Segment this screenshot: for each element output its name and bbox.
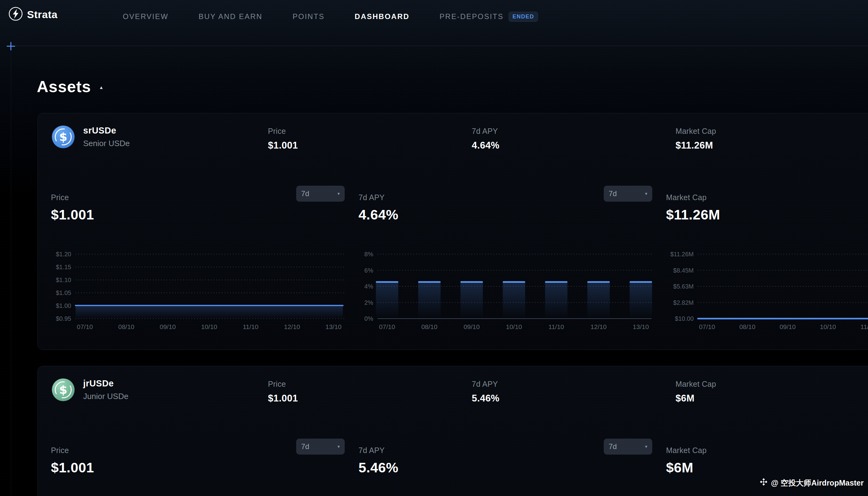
asset-identity: $ jrUSDe Junior USDe [52, 378, 128, 401]
svg-text:12/10: 12/10 [284, 323, 300, 330]
svg-text:13/10: 13/10 [633, 323, 649, 330]
panel-apy-value: 5.46% [358, 460, 652, 476]
nav-buy-and-earn[interactable]: BUY AND EARN [199, 12, 262, 21]
panel-mcap-label: Market Cap [666, 446, 868, 455]
apy-range-select[interactable]: 7d ▾ [604, 439, 652, 454]
svg-text:11/10: 11/10 [548, 323, 564, 330]
summary-apy: 7d APY 5.46% [472, 380, 499, 404]
summary-apy-value: 4.64% [472, 140, 499, 151]
svg-text:$1.05: $1.05 [56, 290, 71, 296]
top-nav-bar: Strata OVERVIEW BUY AND EARN POINTS DASH… [0, 0, 868, 33]
svg-text:08/10: 08/10 [421, 323, 438, 330]
asset-name: Junior USDe [83, 392, 128, 401]
page-title: Assets [37, 77, 91, 96]
price-range-select[interactable]: 7d ▾ [296, 439, 345, 454]
svg-text:09/10: 09/10 [780, 323, 796, 330]
summary-mcap-label: Market Cap [676, 127, 716, 136]
svg-text:11/10: 11/10 [243, 323, 259, 330]
summary-mcap: Market Cap $6M [676, 380, 716, 404]
asset-card-jrusde: $ jrUSDe Junior USDe Price $1.001 7d APY… [37, 366, 868, 496]
chevron-down-icon: ▾ [337, 444, 340, 449]
nav-dashboard[interactable]: DASHBOARD [355, 12, 410, 21]
svg-text:10/10: 10/10 [506, 323, 522, 330]
summary-price-value: $1.001 [268, 393, 298, 404]
summary-apy-label: 7d APY [472, 380, 499, 389]
price-range-value: 7d [301, 442, 309, 451]
svg-text:$1.10: $1.10 [56, 277, 71, 283]
assets-section-header[interactable]: Assets ▲ [37, 77, 104, 96]
nav-overview[interactable]: OVERVIEW [123, 12, 169, 21]
svg-text:$5.63M: $5.63M [673, 283, 694, 290]
chevron-down-icon: ▾ [645, 444, 647, 449]
ended-badge: ENDED [509, 12, 538, 22]
grid-line-horizontal [11, 46, 868, 46]
panel-apy-value: 4.64% [358, 207, 652, 223]
svg-text:11/10: 11/10 [860, 323, 868, 330]
main-nav: OVERVIEW BUY AND EARN POINTS DASHBOARD P… [123, 0, 538, 33]
svg-text:$1.00: $1.00 [56, 302, 71, 309]
svg-text:$11.26M: $11.26M [670, 251, 694, 258]
svg-text:08/10: 08/10 [118, 323, 135, 330]
svg-text:0%: 0% [364, 315, 373, 322]
asset-symbol: srUSDe [83, 126, 130, 136]
svg-text:09/10: 09/10 [463, 323, 480, 330]
summary-mcap-label: Market Cap [676, 380, 716, 389]
srusde-apy-chart: 8%6%4%2%0%07/1008/1009/1010/1011/1012/10… [358, 244, 652, 335]
svg-text:09/10: 09/10 [160, 323, 176, 330]
asset-symbol: jrUSDe [83, 378, 128, 389]
apy-chart-panel: 7d APY 4.64% 7d ▾ 8%6%4%2%0%07/1008/1009… [358, 183, 652, 346]
panel-mcap-value: $11.26M [666, 207, 868, 223]
srusde-coin-icon: $ [52, 126, 75, 148]
summary-price: Price $1.001 [268, 380, 298, 404]
svg-text:$: $ [59, 130, 67, 144]
nav-pre-deposits[interactable]: PRE-DEPOSITS ENDED [439, 12, 538, 22]
brand[interactable]: Strata [9, 7, 57, 22]
chevron-down-icon: ▾ [337, 191, 340, 197]
apy-range-value: 7d [609, 442, 617, 451]
price-range-select[interactable]: 7d ▾ [296, 186, 345, 202]
svg-text:$2.82M: $2.82M [673, 299, 694, 306]
summary-price-value: $1.001 [268, 140, 298, 151]
svg-text:2%: 2% [364, 299, 373, 306]
price-chart-panel: Price $1.001 7d ▾ $1.20$1.15$1.10$1.05$1… [51, 183, 345, 346]
svg-text:6%: 6% [364, 267, 373, 274]
svg-text:$: $ [59, 383, 67, 397]
svg-text:$8.45M: $8.45M [673, 267, 694, 274]
watermark: @ 空投大师AirdropMaster [759, 478, 864, 488]
summary-mcap: Market Cap $11.26M [676, 127, 716, 151]
grid-crosshair-icon [7, 42, 15, 50]
svg-text:10/10: 10/10 [820, 323, 836, 330]
apy-chart-panel: 7d APY 5.46% 7d ▾ [358, 436, 652, 496]
asset-card-srusde: $ srUSDe Senior USDe Price $1.001 7d APY… [37, 113, 868, 350]
watermark-text: @ 空投大师AirdropMaster [771, 478, 864, 488]
price-chart-panel: Price $1.001 7d ▾ [51, 436, 345, 496]
summary-apy: 7d APY 4.64% [472, 127, 499, 151]
svg-text:$10.00: $10.00 [675, 315, 694, 322]
svg-text:07/10: 07/10 [77, 323, 93, 330]
brand-name: Strata [27, 9, 57, 20]
collapse-arrow-icon: ▲ [99, 85, 104, 90]
apy-range-select[interactable]: 7d ▾ [604, 186, 652, 202]
svg-text:08/10: 08/10 [739, 323, 756, 330]
summary-price-label: Price [268, 380, 298, 389]
asset-identity: $ srUSDe Senior USDe [52, 126, 130, 148]
svg-text:$1.20: $1.20 [56, 251, 71, 258]
nav-pre-deposits-label: PRE-DEPOSITS [439, 12, 504, 21]
svg-text:8%: 8% [364, 251, 373, 258]
nav-points[interactable]: POINTS [293, 12, 324, 21]
summary-price-label: Price [268, 127, 298, 136]
summary-mcap-value: $6M [676, 393, 716, 404]
svg-text:13/10: 13/10 [325, 323, 342, 330]
svg-text:$1.15: $1.15 [56, 264, 71, 270]
asset-name: Senior USDe [83, 139, 130, 148]
srusde-mcap-chart: $11.26M$8.45M$5.63M$2.82M$10.0007/1008/1… [666, 244, 868, 335]
svg-text:$0.95: $0.95 [56, 315, 71, 322]
price-range-value: 7d [301, 189, 309, 198]
svg-text:07/10: 07/10 [699, 323, 715, 330]
svg-text:10/10: 10/10 [201, 323, 217, 330]
summary-price: Price $1.001 [268, 127, 298, 151]
panel-price-value: $1.001 [51, 207, 345, 223]
summary-mcap-value: $11.26M [676, 140, 716, 151]
panel-mcap-value: $6M [666, 460, 868, 476]
strata-logo-icon [9, 7, 23, 22]
